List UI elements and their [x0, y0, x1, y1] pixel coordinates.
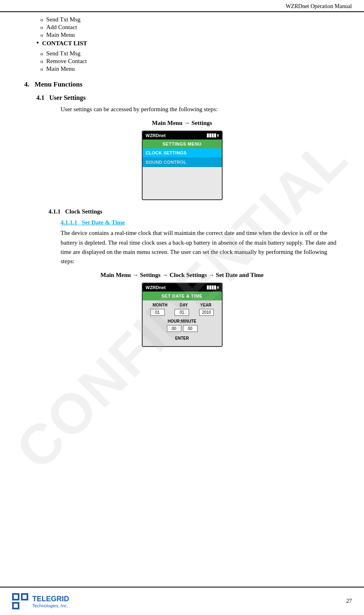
- battery-icon: [207, 133, 219, 137]
- list-item: o Main Menu: [40, 32, 340, 38]
- circle-bullet: o: [40, 66, 43, 72]
- device-screen-datetime: WZRDnet SET DATE & TIME MONTH DAY YEAR 0…: [142, 283, 223, 347]
- date-time-body: MONTH DAY YEAR 01 01 2010 HOUR:MINUTE 00…: [143, 300, 222, 346]
- list-item-label: Remove Contact: [46, 58, 87, 65]
- svg-rect-3: [14, 595, 18, 599]
- hour-minute-fields: 00 00: [143, 324, 222, 334]
- main-content: o Send Txt Msg o Add Contact o Main Menu…: [0, 12, 364, 387]
- section411-heading: 4.1.1 Clock Settings: [48, 208, 340, 215]
- day-label: DAY: [180, 303, 188, 307]
- hour-minute-label: HOUR:MINUTE: [143, 318, 222, 324]
- contact-list-label: CONTACT LIST: [42, 40, 87, 47]
- month-label: MONTH: [153, 303, 168, 307]
- contact-list-sub: o Send Txt Msg o Remove Contact o Main M…: [40, 50, 340, 72]
- month-field: 01: [150, 309, 165, 316]
- list-item-label: Main Menu: [46, 66, 75, 72]
- list-item-label: Send Txt Msg: [46, 50, 81, 57]
- logo-technologies-text: Technologies, Inc.: [32, 603, 69, 608]
- nav-settings-path: Main Menu → Settings: [24, 120, 340, 127]
- device-brand: WZRDnet: [146, 133, 166, 138]
- list-item: o Send Txt Msg: [40, 50, 340, 57]
- section41-body: User settings can be accessed by perform…: [61, 105, 340, 114]
- minute-field: 00: [183, 325, 198, 332]
- circle-bullet: o: [40, 24, 43, 31]
- date-time-screen-title: SET DATE & TIME: [143, 292, 222, 300]
- page-header: WZRDnet Operation Manual: [0, 0, 364, 12]
- section4111-body: The device contains a real-time clock th…: [61, 228, 340, 266]
- list-item-label: Add Contact: [46, 24, 77, 31]
- battery-tip-2: [217, 286, 219, 289]
- nav-clock-path: Main Menu → Settings → Clock Settings → …: [24, 272, 340, 279]
- device-screen: WZRDnet SETTINGS MENU CLOCK SETTINGS SOU…: [142, 131, 223, 200]
- page-number: 27: [346, 598, 352, 604]
- circle-bullet: o: [40, 17, 43, 23]
- device-top-bar: WZRDnet: [143, 131, 222, 139]
- date-time-labels: MONTH DAY YEAR: [143, 300, 222, 308]
- list-item: • CONTACT LIST: [36, 39, 340, 47]
- telegrid-logo-icon: [12, 593, 28, 609]
- circle-bullet: o: [40, 32, 43, 38]
- page-footer: TELEGRID Technologies, Inc. 27: [0, 587, 364, 615]
- year-label: YEAR: [200, 303, 211, 307]
- logo-telegrid-text: TELEGRID: [32, 595, 69, 603]
- device-top-bar-2: WZRDnet: [143, 283, 222, 292]
- device-brand-2: WZRDnet: [146, 285, 166, 290]
- list-item: o Main Menu: [40, 66, 340, 72]
- svg-rect-5: [14, 604, 18, 608]
- section4-heading: 4. Menu Functions: [24, 80, 340, 89]
- list-item-label: Send Txt Msg: [46, 16, 81, 23]
- hour-field: 00: [167, 325, 181, 332]
- battery-tip: [217, 134, 219, 137]
- circle-bullet: o: [40, 58, 43, 65]
- enter-button: ENTER: [143, 334, 222, 343]
- list-item: o Remove Contact: [40, 58, 340, 65]
- section41-heading: 4.1 User Settings: [36, 94, 340, 101]
- device-body-area: [143, 167, 222, 199]
- list-item-label: Main Menu: [46, 32, 75, 38]
- list-item: o Send Txt Msg: [40, 16, 340, 23]
- battery-bar: [207, 133, 216, 137]
- year-field: 2010: [199, 309, 214, 316]
- section4111-heading: 4.1.1.1 Set Date & Time: [61, 219, 340, 226]
- contact-list-bullet: • CONTACT LIST: [36, 39, 340, 47]
- device-menu-item-sound: SOUND CONTROL: [143, 158, 222, 167]
- battery-icon-2: [207, 285, 219, 290]
- bullet-list-top: o Send Txt Msg o Add Contact o Main Menu: [40, 16, 340, 38]
- svg-rect-4: [23, 595, 27, 599]
- date-time-fields: 01 01 2010: [143, 308, 222, 318]
- list-item: o Add Contact: [40, 24, 340, 31]
- battery-bar-2: [207, 285, 216, 290]
- logo-text: TELEGRID Technologies, Inc.: [32, 595, 69, 608]
- document-title: WZRDnet Operation Manual: [286, 3, 352, 9]
- footer-logo: TELEGRID Technologies, Inc.: [12, 593, 69, 609]
- bullet-dot: •: [36, 39, 39, 46]
- device-menu-title: SETTINGS MENU: [143, 139, 222, 148]
- device-screenshot-settings: WZRDnet SETTINGS MENU CLOCK SETTINGS SOU…: [24, 131, 340, 200]
- device-screenshot-datetime: WZRDnet SET DATE & TIME MONTH DAY YEAR 0…: [24, 283, 340, 347]
- day-field: 01: [175, 309, 189, 316]
- device-menu-item-clock: CLOCK SETTINGS: [143, 148, 222, 158]
- circle-bullet: o: [40, 51, 43, 57]
